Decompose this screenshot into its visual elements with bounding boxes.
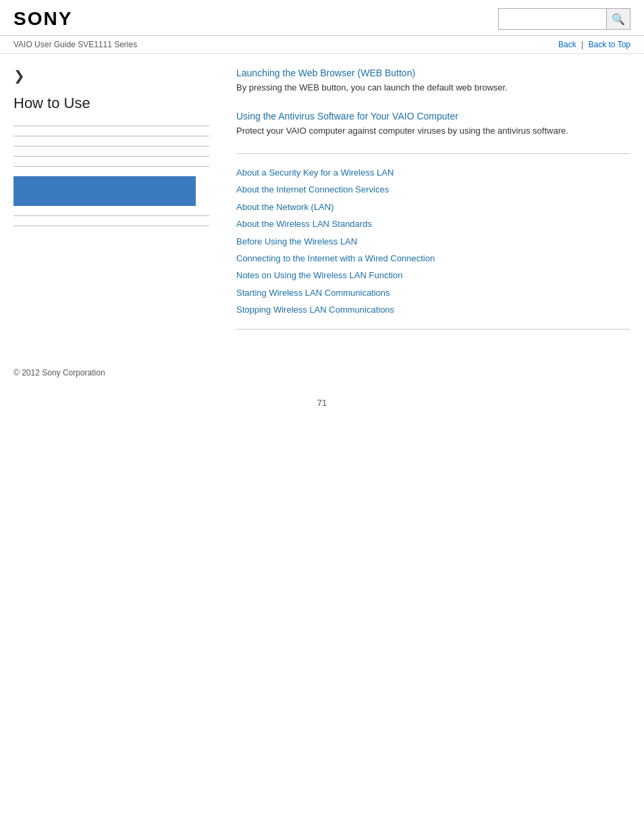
page-number: 71 [0,384,644,421]
sidebar-divider-7 [14,226,209,226]
content-link-1[interactable]: About the Internet Connection Services [236,184,389,194]
web-browser-description: By pressing the WEB button, you can laun… [236,81,630,95]
sidebar-divider-6 [14,215,209,216]
sidebar-divider-3 [14,146,209,147]
sidebar-divider-2 [14,136,209,136]
section-web-browser: Launching the Web Browser (WEB Button) B… [236,68,630,95]
footer: © 2012 Sony Corporation [0,354,644,384]
content-link-2[interactable]: About the Network (LAN) [236,202,334,212]
nav-links: Back | Back to Top [558,40,630,49]
chevron-icon: ❯ [14,68,209,84]
content-link-3[interactable]: About the Wireless LAN Standards [236,219,372,229]
search-icon: 🔍 [612,13,625,26]
sidebar-active-block[interactable] [14,176,196,206]
content-area: Launching the Web Browser (WEB Button) B… [223,68,630,340]
list-item: Notes on Using the Wireless LAN Function [236,267,630,283]
sony-logo: SONY [14,8,72,30]
list-item: About the Wireless LAN Standards [236,216,630,232]
list-item: Stopping Wireless LAN Communications [236,302,630,317]
search-button[interactable]: 🔍 [606,8,630,30]
sidebar-divider-1 [14,126,209,126]
copyright-text: © 2012 Sony Corporation [14,368,105,377]
search-box-wrapper: 🔍 [498,8,630,30]
content-link-5[interactable]: Connecting to the Internet with a Wired … [236,253,435,263]
guide-title: VAIO User Guide SVE1111 Series [14,40,137,49]
list-item: Starting Wireless LAN Communications [236,285,630,301]
search-input[interactable] [498,8,606,30]
header: SONY 🔍 [0,0,644,36]
content-link-0[interactable]: About a Security Key for a Wireless LAN [236,167,394,178]
content-link-6[interactable]: Notes on Using the Wireless LAN Function [236,270,402,280]
separator: | [581,40,583,49]
links-list: About a Security Key for a Wireless LANA… [236,165,630,318]
content-divider-top [236,153,630,154]
section-antivirus: Using the Antivirus Software for Your VA… [236,111,630,138]
back-to-top-link[interactable]: Back to Top [589,40,630,49]
antivirus-description: Protect your VAIO computer against compu… [236,124,630,138]
main-content: ❯ How to Use Launching the Web Browser (… [0,54,644,354]
sidebar-divider-4 [14,156,209,157]
back-link[interactable]: Back [558,40,576,49]
list-item: About a Security Key for a Wireless LAN [236,165,630,180]
sidebar-title: How to Use [14,95,209,112]
sub-header: VAIO User Guide SVE1111 Series Back | Ba… [0,36,644,54]
antivirus-link[interactable]: Using the Antivirus Software for Your VA… [236,111,630,122]
content-link-8[interactable]: Stopping Wireless LAN Communications [236,305,394,315]
web-browser-link[interactable]: Launching the Web Browser (WEB Button) [236,68,630,78]
content-link-7[interactable]: Starting Wireless LAN Communications [236,288,390,298]
sidebar: ❯ How to Use [14,68,223,340]
list-item: Before Using the Wireless LAN [236,234,630,249]
content-link-4[interactable]: Before Using the Wireless LAN [236,236,357,246]
list-item: About the Network (LAN) [236,199,630,215]
sidebar-divider-5 [14,166,209,167]
list-item: About the Internet Connection Services [236,182,630,197]
list-item: Connecting to the Internet with a Wired … [236,251,630,266]
content-divider-bottom [236,329,630,330]
